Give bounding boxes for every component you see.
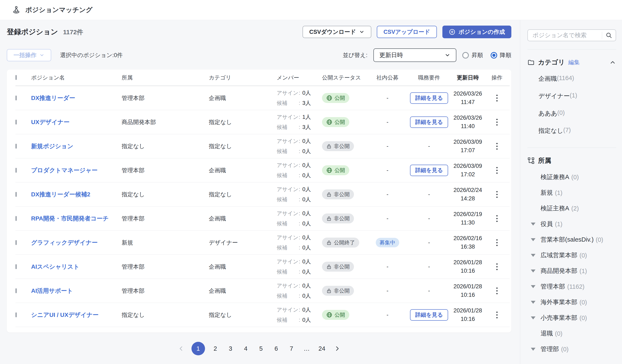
department-item[interactable]: 管理部(0) xyxy=(531,341,616,357)
category-edit-link[interactable]: 編集 xyxy=(568,58,580,66)
row-actions-kebab-icon[interactable] xyxy=(495,214,499,224)
category-list: 企画職(1164) デザイナー(1) あああ(0) 指定なし(7) xyxy=(527,70,616,140)
view-details-button[interactable]: 詳細を見る xyxy=(410,116,448,128)
department-item[interactable]: 役員(1) xyxy=(531,216,616,232)
sort-select[interactable]: 更新日時 xyxy=(373,48,456,62)
pagination-page[interactable]: 5 xyxy=(256,342,266,355)
pagination-prev-icon[interactable] xyxy=(176,342,186,355)
department-item[interactable]: 小売事業本部(0) xyxy=(531,310,616,326)
requirement-cell: - xyxy=(408,263,450,270)
position-name-link[interactable]: DX推進リーダー xyxy=(31,95,75,101)
column-header: 操作 xyxy=(485,74,509,81)
department-item[interactable]: 検証兼務A(0) xyxy=(531,169,616,185)
sort-asc-radio[interactable]: 昇順 xyxy=(462,51,483,59)
department-item[interactable]: 商品開発本部(1) xyxy=(531,263,616,279)
pagination-next-icon[interactable] xyxy=(332,342,342,355)
view-details-button[interactable]: 詳細を見る xyxy=(410,309,448,321)
row-checkbox[interactable] xyxy=(16,144,17,149)
row-actions-kebab-icon[interactable] xyxy=(495,117,499,127)
status-cell: 非公開 xyxy=(322,189,367,199)
position-name-link[interactable]: UXデザイナー xyxy=(31,119,70,125)
row-checkbox[interactable] xyxy=(16,168,17,173)
department-item[interactable]: 管理本部(1162) xyxy=(531,279,616,294)
search-button[interactable] xyxy=(602,30,616,41)
column-header: メンバー xyxy=(277,74,322,81)
department-item[interactable]: 広域営業本部(0) xyxy=(531,248,616,263)
pagination-page[interactable]: 2 xyxy=(211,342,220,355)
department-cell: 商品開発本部 xyxy=(122,118,209,126)
pagination-page[interactable]: 3 xyxy=(226,342,235,355)
category-cell: 企画職 xyxy=(209,287,277,295)
department-cell: 指定なし xyxy=(122,143,209,150)
category-item[interactable]: 指定なし(7) xyxy=(527,122,616,140)
row-actions-kebab-icon[interactable] xyxy=(495,93,499,103)
chevron-down-icon xyxy=(359,29,365,35)
row-checkbox[interactable] xyxy=(16,192,17,197)
status-cell: 公開 xyxy=(322,93,367,103)
status-badge: 公開 xyxy=(322,93,349,103)
department-item[interactable]: 営業本部(salesDiv.)(0) xyxy=(531,232,616,248)
department-item[interactable]: 海外事業本部(0) xyxy=(531,294,616,310)
status-cell: 公開 xyxy=(322,165,367,175)
create-position-button[interactable]: ポジションの作成 xyxy=(442,26,511,38)
row-checkbox[interactable] xyxy=(16,95,17,100)
row-checkbox[interactable] xyxy=(16,312,17,317)
row-checkbox[interactable] xyxy=(16,120,17,125)
internal-recruit-cell: - xyxy=(367,191,408,198)
category-item[interactable]: あああ(0) xyxy=(527,105,616,122)
category-cell: デザイナー xyxy=(209,239,277,246)
view-details-button[interactable]: 詳細を見る xyxy=(410,165,448,176)
row-actions-kebab-icon[interactable] xyxy=(495,262,499,272)
radio-icon xyxy=(462,52,469,58)
department-item[interactable]: 退職(0) xyxy=(531,326,616,341)
position-name-link[interactable]: RPA開発・市民開発者コーチ xyxy=(31,215,109,222)
status-badge: 公開 xyxy=(322,310,349,320)
pagination-page[interactable]: … xyxy=(302,342,312,355)
csv-upload-button[interactable]: CSVアップロード xyxy=(377,26,437,38)
bulk-action-button[interactable]: 一括操作 xyxy=(7,49,51,61)
csv-download-button[interactable]: CSVダウンロード xyxy=(303,26,371,38)
search-input[interactable] xyxy=(528,32,602,39)
row-actions-kebab-icon[interactable] xyxy=(495,237,499,248)
lock-icon xyxy=(326,288,332,294)
position-count: 1172件 xyxy=(63,28,83,36)
category-item[interactable]: 企画職(1164) xyxy=(527,70,616,88)
pagination-page[interactable]: 7 xyxy=(287,342,296,355)
position-name-link[interactable]: グラフィックデザイナー xyxy=(31,239,98,246)
department-item[interactable]: 検証主務A(2) xyxy=(531,200,616,216)
table-row: RPA開発・市民開発者コーチ 管理本部 企画職 アサイン:0人 候補:0人 xyxy=(16,206,510,231)
row-checkbox[interactable] xyxy=(16,288,17,293)
category-item[interactable]: デザイナー(1) xyxy=(527,88,616,105)
position-name-link[interactable]: DX推進リーダー候補2 xyxy=(31,191,90,198)
internal-recruit-cell: - xyxy=(367,167,408,174)
triangle-down-icon xyxy=(531,238,535,241)
position-name-link[interactable]: プロダクトマネージャー xyxy=(31,167,97,174)
sort-desc-radio[interactable]: 降順 xyxy=(491,51,511,59)
row-actions-kebab-icon[interactable] xyxy=(495,310,499,320)
category-cell: 指定なし xyxy=(209,143,277,150)
chevron-up-icon[interactable] xyxy=(609,59,616,66)
view-details-button[interactable]: 詳細を見る xyxy=(410,92,448,104)
pagination-page[interactable]: 1 xyxy=(192,342,205,355)
row-checkbox[interactable] xyxy=(16,240,17,245)
member-cell: アサイン:0人 候補:0人 xyxy=(277,282,322,300)
position-name-link[interactable]: AIスペシャリスト xyxy=(31,263,79,270)
position-name-link[interactable]: シニアUI / UXデザイナー xyxy=(31,311,98,318)
department-item[interactable]: 新規(1) xyxy=(531,185,616,200)
pagination-page[interactable]: 24 xyxy=(317,342,327,355)
updated-at-cell: 2026/02/24 14:28 xyxy=(450,186,485,202)
status-cell: 非公開 xyxy=(322,262,367,272)
row-actions-kebab-icon[interactable] xyxy=(495,189,499,200)
row-checkbox[interactable] xyxy=(16,264,17,269)
position-name-link[interactable]: 新規ポジション xyxy=(31,143,73,149)
row-checkbox[interactable] xyxy=(16,216,17,221)
pagination-page[interactable]: 6 xyxy=(272,342,281,355)
row-actions-kebab-icon[interactable] xyxy=(495,165,499,175)
pagination-page[interactable]: 4 xyxy=(241,342,251,355)
status-cell: 公開 xyxy=(322,310,367,320)
row-actions-kebab-icon[interactable] xyxy=(495,286,499,296)
select-all-checkbox[interactable] xyxy=(16,75,17,80)
row-actions-kebab-icon[interactable] xyxy=(495,141,499,151)
org-chart-icon xyxy=(527,157,535,164)
position-name-link[interactable]: AI活用サポート xyxy=(31,288,73,294)
